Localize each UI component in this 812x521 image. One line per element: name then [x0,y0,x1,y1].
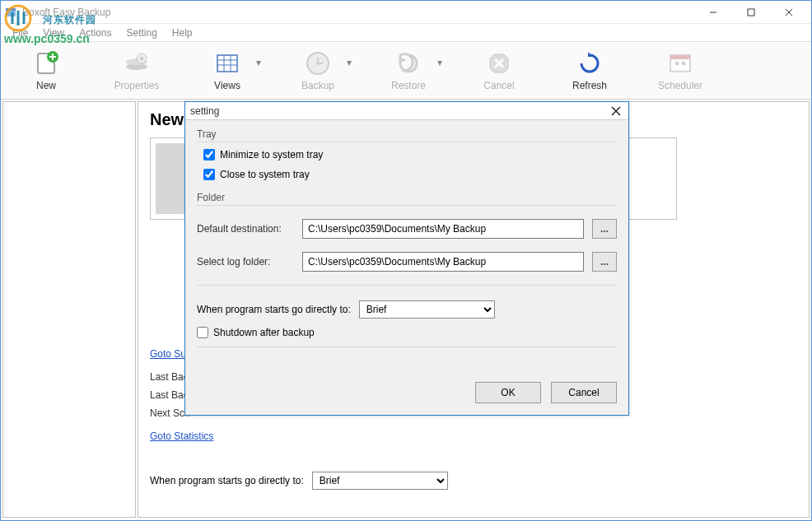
close-tray-label: Close to system tray [220,169,310,180]
views-icon [214,50,240,77]
close-tray-checkbox[interactable] [203,169,215,180]
default-dest-input[interactable] [302,219,584,239]
chevron-down-icon[interactable]: ▾ [256,57,264,68]
toolbar-new[interactable]: New [1,45,91,96]
maximize-button[interactable] [732,1,770,24]
dialog-titlebar: setting [185,102,628,120]
toolbar-restore-label: Restore [391,80,426,91]
toolbar-views[interactable]: Views ▾ [182,45,273,96]
close-icon [611,106,621,116]
menu-view[interactable]: View [36,26,71,40]
toolbar-backup: Backup ▾ [273,45,363,96]
chevron-down-icon: ▾ [347,57,355,68]
start-directly-label: When program starts go directly to: [150,475,304,486]
dialog-start-select[interactable]: Brief [359,300,495,319]
toolbar-cancel: Cancel [454,45,544,96]
menu-file[interactable]: File [6,26,35,40]
tray-section-label: Tray [197,128,617,142]
menu-help[interactable]: Help [166,26,199,40]
ok-button[interactable]: OK [475,382,541,403]
window-title: Boxoft Easy Backup [22,7,694,18]
properties-icon [124,50,150,77]
default-dest-browse-button[interactable]: ... [592,219,617,239]
toolbar-new-label: New [36,80,56,91]
close-tray-row[interactable]: Close to system tray [203,169,617,180]
shutdown-row[interactable]: Shutdown after backup [197,327,617,338]
toolbar-views-label: Views [214,80,240,91]
start-directly-select[interactable]: Brief [312,472,448,490]
cancel-icon [486,50,512,77]
toolbar-refresh-label: Refresh [572,80,607,91]
dialog-title: setting [190,105,609,117]
toolbar-refresh[interactable]: Refresh [544,45,635,96]
scheduler-icon [667,50,693,77]
refresh-icon [576,50,603,77]
svg-rect-2 [6,8,16,11]
dialog-close-button[interactable] [609,104,623,119]
minimize-tray-checkbox[interactable] [203,149,215,160]
toolbar-cancel-label: Cancel [483,80,514,91]
menu-setting[interactable]: Setting [120,26,164,40]
minimize-tray-label: Minimize to system tray [220,149,323,160]
app-icon [4,6,17,19]
svg-rect-15 [217,55,237,72]
restore-icon [395,50,422,77]
folder-section-label: Folder [197,192,617,206]
default-dest-label: Default destination: [197,223,294,235]
menu-bar: File View Actions Setting Help [1,24,811,42]
goto-statistics-link[interactable]: Goto Statistics [150,430,213,442]
new-icon [33,50,59,77]
settings-dialog: setting Tray Minimize to system tray Clo… [184,101,629,416]
menu-actions[interactable]: Actions [72,26,118,40]
minimize-button[interactable] [694,1,732,24]
toolbar-restore: Restore ▾ [363,45,454,96]
toolbar-properties-label: Properties [114,80,160,91]
cancel-button[interactable]: Cancel [551,382,617,403]
svg-point-14 [140,57,143,60]
close-button[interactable] [770,1,808,24]
chevron-down-icon: ▾ [437,57,446,68]
svg-rect-4 [748,9,754,16]
shutdown-checkbox[interactable] [197,327,208,338]
log-folder-input[interactable] [302,252,584,272]
svg-rect-29 [670,55,690,59]
toolbar-scheduler-label: Scheduler [658,80,702,91]
minimize-tray-row[interactable]: Minimize to system tray [203,149,617,160]
sidebar [2,101,136,518]
backup-icon [305,50,331,77]
dialog-start-label: When program starts go directly to: [197,304,351,315]
toolbar-scheduler: Scheduler [635,45,726,96]
log-folder-label: Select log folder: [197,256,294,267]
toolbar-properties: Properties [91,45,182,96]
toolbar: New Properties Views ▾ Backup ▾ Restore … [1,42,811,100]
svg-rect-31 [682,62,685,65]
svg-rect-30 [675,62,679,65]
shutdown-label: Shutdown after backup [213,327,315,338]
toolbar-backup-label: Backup [301,80,334,91]
log-folder-browse-button[interactable]: ... [592,252,617,272]
title-bar: Boxoft Easy Backup [1,1,811,24]
